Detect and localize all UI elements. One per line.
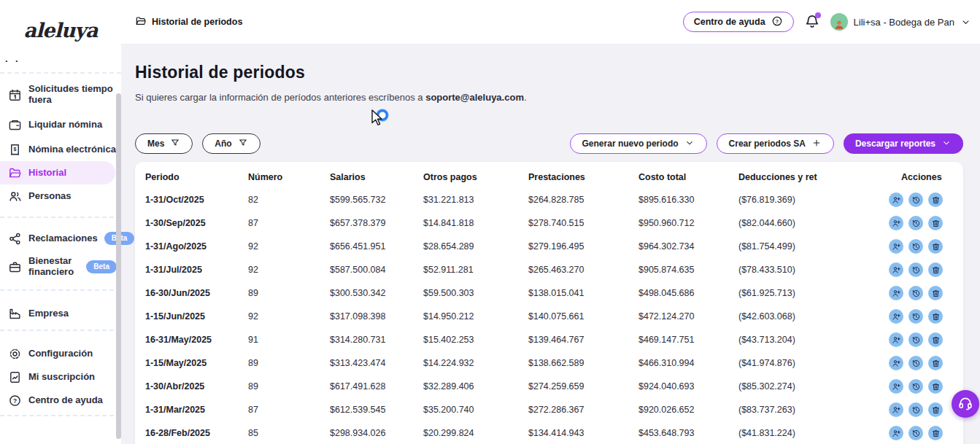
sidebar-item-empresa[interactable]: Empresa [0, 300, 121, 327]
person-add-button[interactable] [889, 239, 903, 254]
sidebar-item-configuracion[interactable]: Configuración [0, 342, 121, 365]
topbar: Historial de periodos Centro de ayuda ? … [121, 0, 980, 44]
cell-numero: 92 [248, 311, 330, 322]
funnel-icon [238, 138, 248, 150]
trash-button[interactable] [928, 192, 943, 207]
cell-deducciones: ($41.974.876) [738, 358, 889, 368]
person-add-button[interactable] [889, 262, 903, 277]
cell-numero: 92 [248, 265, 330, 275]
person-add-button[interactable] [889, 426, 903, 440]
sidebar-item-historial[interactable]: Historial [0, 161, 115, 184]
cell-salarios: $599.565.732 [330, 195, 423, 205]
cell-periodo: 1-15/Jun/2025 [145, 311, 248, 322]
person-add-button[interactable] [889, 379, 903, 394]
month-filter-button[interactable]: Mes [135, 133, 193, 154]
sidebar-item-reclamaciones[interactable]: Reclamaciones Beta [0, 227, 121, 250]
sidebar-item-mi-suscripcion[interactable]: Mi suscripción [0, 365, 121, 389]
trash-button[interactable] [928, 262, 943, 277]
folder-icon [135, 15, 147, 29]
help-center-label: Centro de ayuda [694, 17, 765, 27]
row-actions [889, 239, 953, 254]
cell-periodo: 1-31/Jul/2025 [145, 265, 248, 275]
bell-icon [804, 19, 820, 31]
sidebar-item-bienestar-financiero[interactable]: Bienestar financiero Beta [0, 250, 121, 284]
sidebar-item-label: Reclamaciones [28, 233, 98, 244]
trash-button[interactable] [928, 239, 943, 254]
sidebar-item-personas[interactable]: Personas [0, 184, 121, 208]
history-button[interactable] [908, 356, 923, 370]
sidebar-collapse-dots[interactable]: · · [5, 58, 121, 65]
trash-button[interactable] [928, 379, 943, 394]
table-row: 1-31/Jul/202592$587.500.084$52.911.281$2… [135, 258, 963, 281]
person-add-button[interactable] [889, 309, 903, 324]
help-center-button[interactable]: Centro de ayuda ? [683, 12, 794, 32]
history-button[interactable] [908, 239, 923, 254]
history-button[interactable] [908, 379, 923, 394]
cell-prestaciones: $278.740.515 [528, 218, 638, 228]
cell-costo-total: $950.960.712 [638, 218, 738, 228]
cell-prestaciones: $279.196.495 [528, 241, 638, 252]
history-button[interactable] [908, 216, 923, 230]
history-button[interactable] [908, 402, 923, 417]
history-button[interactable] [908, 309, 923, 324]
support-email[interactable]: soporte@aleluya.com [425, 92, 524, 103]
history-button[interactable] [908, 286, 923, 300]
generate-period-button[interactable]: Generar nuevo periodo [570, 133, 707, 154]
cell-otros-pagos: $59.500.303 [423, 288, 528, 298]
cell-prestaciones: $140.075.661 [528, 311, 638, 322]
col-deducciones: Deducciones y ret [738, 172, 889, 182]
toolbar-actions: Generar nuevo periodo Crear periodos SA … [570, 133, 963, 154]
year-filter-button[interactable]: Año [202, 133, 260, 154]
sidebar-item-label: Historial [28, 168, 66, 179]
cell-deducciones: ($43.713.204) [738, 335, 889, 345]
sidebar-item-nomina-electronica[interactable]: $ Nómina electrónica [0, 138, 121, 161]
person-add-button[interactable] [889, 332, 903, 347]
cell-prestaciones: $274.259.659 [528, 381, 638, 392]
person-add-button[interactable] [889, 286, 903, 300]
cell-numero: 89 [248, 288, 330, 298]
subtitle-text: Si quieres cargar la información de perí… [135, 92, 425, 103]
history-button[interactable] [908, 332, 923, 347]
history-button[interactable] [908, 262, 923, 277]
history-button[interactable] [908, 192, 923, 207]
invoice-icon: $ [8, 143, 22, 157]
person-add-button[interactable] [889, 356, 903, 370]
sidebar-divider [0, 72, 121, 74]
trash-button[interactable] [928, 216, 943, 230]
trash-button[interactable] [928, 402, 943, 417]
trash-button[interactable] [928, 356, 943, 370]
cell-costo-total: $498.045.686 [638, 288, 738, 298]
sidebar-item-solicitudes-tiempo-fuera[interactable]: Solicitudes tiempo fuera [0, 78, 121, 112]
periods-table: Periodo Número Salarios Otros pagos Pres… [135, 162, 963, 444]
trash-button[interactable] [928, 332, 943, 347]
person-add-button[interactable] [889, 192, 903, 207]
create-sa-periods-button[interactable]: Crear periodos SA [717, 133, 834, 154]
sidebar-scrollbar[interactable] [116, 93, 121, 439]
subscription-icon [8, 370, 22, 384]
trash-button[interactable] [928, 286, 943, 300]
sidebar-item-centro-de-ayuda[interactable]: ? Centro de ayuda [0, 389, 121, 412]
table-row: 1-31/Ago/202592$656.451.951$28.654.289$2… [135, 235, 963, 258]
plus-icon [811, 138, 822, 150]
person-add-button[interactable] [889, 216, 903, 230]
person-add-button[interactable] [889, 402, 903, 417]
download-reports-button[interactable]: Descargar reportes [844, 133, 963, 154]
sidebar-item-liquidar-nomina[interactable]: Liquidar nómina [0, 112, 121, 138]
cell-numero: 89 [248, 381, 330, 392]
history-button[interactable] [908, 426, 923, 440]
support-chat-button[interactable] [952, 390, 979, 418]
cell-costo-total: $924.040.693 [638, 381, 738, 392]
table-header: Periodo Número Salarios Otros pagos Pres… [135, 162, 963, 188]
cell-otros-pagos: $52.911.281 [423, 265, 528, 275]
cell-prestaciones: $138.015.041 [528, 288, 638, 298]
user-menu[interactable]: Lili+sa - Bodega de Pan [830, 13, 971, 31]
trash-button[interactable] [928, 426, 943, 440]
notifications-bell-button[interactable] [804, 13, 820, 31]
cell-periodo: 1-30/Sep/2025 [145, 218, 248, 228]
cell-otros-pagos: $35.200.740 [423, 405, 528, 415]
cell-prestaciones: $138.662.589 [528, 358, 638, 368]
sidebar-item-label: Personas [28, 191, 72, 202]
trash-button[interactable] [928, 309, 943, 324]
col-prestaciones: Prestaciones [528, 172, 638, 182]
page-title: Historial de periodos [135, 63, 963, 82]
